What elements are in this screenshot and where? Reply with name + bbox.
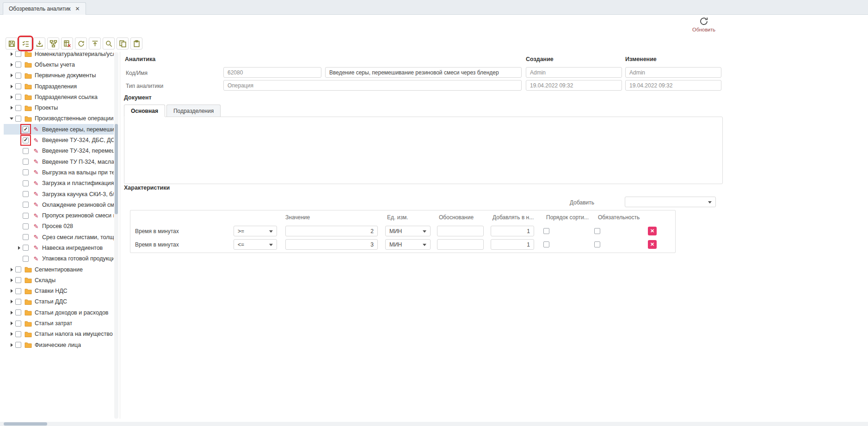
tree-item-11[interactable]: ✎Выгрузка на вальцы при темпе — [4, 167, 114, 178]
tree-checkbox[interactable] — [15, 266, 21, 272]
tree-item-8[interactable]: ✎Введение ТУ-324, ДБС, ДОФ, пере — [4, 135, 114, 145]
check-list-button[interactable] — [19, 37, 31, 49]
tree-checkbox[interactable] — [15, 277, 21, 283]
required-checkbox[interactable] — [594, 241, 600, 247]
tree-item-12[interactable]: ✎Загрузка и пластификация кауч — [4, 178, 114, 189]
hierarchy-button[interactable] — [47, 37, 59, 49]
expand-icon[interactable] — [8, 95, 15, 99]
expand-icon[interactable] — [8, 332, 15, 336]
tree-item-4[interactable]: Подразделения ссылка — [4, 92, 114, 102]
tree-checkbox[interactable] — [23, 191, 29, 197]
collapse-icon[interactable] — [8, 117, 15, 120]
expand-icon[interactable] — [8, 52, 15, 56]
upload-button[interactable] — [89, 37, 101, 49]
expand-icon[interactable] — [16, 246, 22, 250]
expand-icon[interactable] — [8, 278, 15, 282]
add-select[interactable] — [625, 197, 716, 207]
unit-select[interactable]: МИН — [385, 239, 431, 250]
excel-remove-button[interactable] — [61, 37, 73, 49]
tab-main[interactable]: Основная — [124, 105, 165, 117]
expand-icon[interactable] — [8, 106, 15, 110]
analytics-name-input[interactable] — [325, 67, 522, 78]
tree-item-24[interactable]: Статьи доходов и расходов — [4, 307, 114, 318]
tree-checkbox[interactable] — [23, 202, 29, 208]
add-number-input[interactable] — [491, 239, 534, 250]
created-date-field[interactable] — [526, 80, 622, 91]
tree-item-5[interactable]: Проекты — [4, 102, 114, 113]
tree-checkbox[interactable] — [15, 105, 21, 111]
required-checkbox[interactable] — [594, 228, 600, 234]
tree-item-22[interactable]: Ставки НДС — [4, 286, 114, 296]
tree-item-13[interactable]: ✎Загрузка каучука СКИ-3, б/ведр — [4, 189, 114, 199]
expand-icon[interactable] — [8, 74, 15, 77]
expand-icon[interactable] — [8, 63, 15, 67]
sort-checkbox[interactable] — [543, 228, 549, 234]
search-button[interactable] — [103, 37, 115, 49]
tree-checkbox[interactable] — [15, 299, 21, 305]
close-icon[interactable]: ✕ — [75, 6, 80, 12]
paste-button[interactable] — [130, 37, 142, 49]
tree-item-6[interactable]: Производственные операции — [4, 113, 114, 124]
tree-item-10[interactable]: ✎Введение ТУ П-324, масла ПН-6 — [4, 156, 114, 167]
tree-checkbox[interactable] — [15, 331, 21, 337]
justification-input[interactable] — [437, 239, 484, 250]
refresh-button[interactable]: Обновить — [691, 16, 717, 32]
import-button[interactable] — [33, 37, 45, 49]
tree-checkbox[interactable] — [23, 148, 29, 154]
tree-checkbox[interactable] — [23, 126, 29, 132]
bottom-scrollbar[interactable] — [0, 422, 868, 426]
expand-icon[interactable] — [8, 289, 15, 293]
add-number-input[interactable] — [491, 226, 534, 236]
tree-checkbox[interactable] — [23, 234, 29, 240]
tree-checkbox[interactable] — [15, 321, 21, 327]
bottom-scrollbar-thumb[interactable] — [4, 422, 47, 426]
tree-checkbox[interactable] — [15, 73, 21, 79]
save-button[interactable] — [6, 37, 18, 49]
expand-icon[interactable] — [8, 311, 15, 315]
tree-checkbox[interactable] — [15, 309, 21, 315]
sync-button[interactable] — [75, 37, 87, 49]
tree-item-16[interactable]: ✎Просев 028 — [4, 221, 114, 232]
tree-checkbox[interactable] — [23, 137, 29, 143]
unit-select[interactable]: МИН — [385, 226, 431, 236]
app-tab[interactable]: Обозреватель аналитик ✕ — [3, 2, 86, 15]
modified-user-field[interactable] — [625, 67, 721, 78]
expand-icon[interactable] — [8, 85, 15, 88]
tree-checkbox[interactable] — [15, 83, 21, 89]
tree-vertical-scrollbar[interactable] — [114, 52, 118, 419]
tree-item-2[interactable]: Первичные документы — [4, 70, 114, 81]
operator-select[interactable]: <= — [234, 239, 277, 250]
tree-item-23[interactable]: Статьи ДДС — [4, 296, 114, 307]
tree-item-27[interactable]: Физические лица — [4, 340, 114, 350]
tree-item-3[interactable]: Подразделения — [4, 81, 114, 92]
tree-checkbox[interactable] — [15, 62, 21, 68]
tree-item-18[interactable]: ✎Навеска ингредиентов — [4, 242, 114, 253]
modified-date-field[interactable] — [625, 80, 721, 91]
expand-icon[interactable] — [8, 343, 15, 347]
justification-input[interactable] — [437, 226, 484, 236]
tree-item-20[interactable]: Сегментирование — [4, 264, 114, 275]
tree-item-17[interactable]: ✎Срез смеси листами, толщиной — [4, 232, 114, 242]
tree-checkbox[interactable] — [23, 169, 29, 175]
created-user-field[interactable] — [526, 67, 622, 78]
tree-checkbox[interactable] — [23, 223, 29, 229]
tree-checkbox[interactable] — [23, 256, 29, 262]
copy-button[interactable] — [117, 37, 129, 49]
tree-vertical-scrollbar-thumb[interactable] — [115, 124, 118, 214]
tree-item-21[interactable]: Склады — [4, 275, 114, 285]
tree-checkbox[interactable] — [23, 213, 29, 219]
tree-checkbox[interactable] — [15, 342, 21, 348]
tree-item-0[interactable]: Номенклатура/материалы/услуги — [4, 49, 114, 59]
tree-checkbox[interactable] — [23, 159, 29, 165]
code-input[interactable] — [223, 67, 321, 78]
tree-checkbox[interactable] — [15, 51, 21, 57]
tree-item-15[interactable]: ✎Пропуск резиновой смеси на ва — [4, 210, 114, 221]
expand-icon[interactable] — [8, 268, 15, 272]
tree-item-19[interactable]: ✎Упаковка готовой продукции — [4, 253, 114, 264]
type-input[interactable] — [223, 80, 522, 91]
tree-item-25[interactable]: Статьи затрат — [4, 318, 114, 328]
delete-row-button[interactable] — [648, 240, 657, 249]
tree-item-26[interactable]: Статьи налога на имущество — [4, 329, 114, 340]
tree-checkbox[interactable] — [15, 288, 21, 294]
sort-checkbox[interactable] — [543, 241, 549, 247]
